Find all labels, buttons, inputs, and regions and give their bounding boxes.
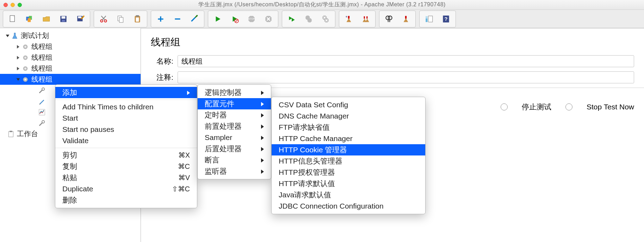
templates-button[interactable] [21, 12, 38, 26]
gear-icon [21, 54, 29, 62]
toggle-button[interactable] [186, 12, 203, 26]
ctx-preprocessor[interactable]: 前置处理器 [198, 121, 271, 132]
context-menu-main: 添加 Add Think Times to children Start Sta… [55, 84, 197, 208]
paste-button[interactable] [129, 12, 146, 26]
gear-icon [21, 43, 29, 51]
ctx-add[interactable]: 添加 [55, 87, 197, 98]
svg-point-51 [24, 78, 26, 81]
svg-rect-4 [28, 18, 31, 22]
clear-button[interactable] [340, 12, 357, 26]
titlebar: 学生压测.jmx (/Users/hecom/Desktop/自动化st/学生压… [0, 0, 644, 10]
cut-button[interactable] [95, 12, 112, 26]
remote-start-button[interactable] [283, 12, 300, 26]
ctx-start-no-pauses[interactable]: Start no pauses [55, 124, 197, 135]
svg-rect-31 [348, 16, 349, 19]
tree-item-label: 线程组 [31, 64, 52, 73]
svg-rect-34 [366, 16, 367, 19]
svg-rect-9 [78, 16, 82, 18]
panel-title: 线程组 [151, 36, 634, 49]
ctx-assertion[interactable]: 断言 [198, 154, 271, 166]
ctx-start[interactable]: Start [55, 113, 197, 124]
stop-now-radio[interactable] [565, 103, 572, 110]
svg-rect-38 [426, 16, 427, 22]
stop-now-label: Stop Test Now [587, 103, 634, 111]
close-window-button[interactable] [4, 3, 8, 7]
ctx-paste[interactable]: 粘贴⌘V [55, 172, 197, 183]
name-input[interactable] [178, 55, 634, 67]
svg-point-45 [24, 46, 26, 48]
svg-rect-17 [136, 17, 139, 21]
copy-button[interactable] [112, 12, 129, 26]
svg-rect-16 [136, 15, 139, 17]
ctx-http-cache[interactable]: HTTP Cache Manager [272, 133, 425, 144]
chevron-right-icon [187, 88, 190, 97]
stop-test-radio[interactable] [501, 103, 508, 110]
toolbar: STOP ? [0, 10, 644, 28]
svg-point-47 [24, 57, 26, 59]
ctx-http-header[interactable]: HTTP信息头管理器 [272, 155, 425, 167]
ctx-csv-config[interactable]: CSV Data Set Config [272, 99, 425, 110]
gear-icon [21, 76, 29, 83]
remote-stop-button[interactable] [300, 12, 317, 26]
remote-shutdown-button[interactable] [317, 12, 334, 26]
ctx-duplicate[interactable]: Duplicate⇧⌘C [55, 183, 197, 195]
svg-marker-28 [308, 18, 312, 22]
ctx-ftp-defaults[interactable]: FTP请求缺省值 [272, 122, 425, 133]
ctx-java-defaults[interactable]: Java请求默认值 [272, 189, 425, 200]
svg-rect-14 [119, 17, 123, 22]
ctx-validate[interactable]: Validate [55, 135, 197, 146]
svg-point-52 [42, 88, 44, 90]
shutdown-button[interactable] [260, 12, 277, 26]
svg-rect-33 [364, 16, 365, 19]
ctx-timer[interactable]: 定时器 [198, 109, 271, 121]
ctx-copy[interactable]: 复制⌘C [55, 161, 197, 172]
save-as-button[interactable] [72, 12, 89, 26]
context-menu-add: 逻辑控制器 配置元件 定时器 前置处理器 Sampler 后置处理器 断言 监听… [197, 84, 271, 179]
chevron-right-icon [261, 133, 264, 142]
ctx-listener[interactable]: 监听器 [198, 166, 271, 177]
wrench-icon [38, 119, 46, 127]
run-no-pause-button[interactable] [226, 12, 243, 26]
ctx-config-element[interactable]: 配置元件 [198, 98, 271, 109]
ctx-http-auth[interactable]: HTTP授权管理器 [272, 167, 425, 178]
tree-threadgroup-2[interactable]: 线程组 [0, 52, 141, 63]
ctx-postprocessor[interactable]: 后置处理器 [198, 143, 271, 154]
expand-button[interactable] [152, 12, 169, 26]
svg-rect-37 [405, 16, 407, 19]
run-button[interactable] [209, 12, 226, 26]
svg-rect-57 [10, 130, 12, 132]
tree-threadgroup-4[interactable]: 线程组 [0, 74, 141, 85]
svg-point-49 [24, 68, 26, 70]
collapse-button[interactable] [169, 12, 186, 26]
tree-threadgroup-1[interactable]: 线程组 [0, 41, 141, 52]
help-button[interactable]: ? [438, 12, 454, 26]
chevron-right-icon [261, 167, 264, 176]
ctx-sampler[interactable]: Sampler [198, 132, 271, 143]
search-button[interactable] [380, 12, 397, 26]
new-file-button[interactable] [4, 12, 21, 26]
clear-all-button[interactable] [357, 12, 374, 26]
svg-text:STOP: STOP [248, 18, 255, 20]
ctx-logic-controller[interactable]: 逻辑控制器 [198, 87, 271, 98]
svg-point-55 [42, 120, 44, 123]
ctx-cut[interactable]: 剪切⌘X [55, 149, 197, 161]
ctx-dns-cache[interactable]: DNS Cache Manager [272, 110, 425, 122]
ctx-http-request-defaults[interactable]: HTTP请求默认值 [272, 178, 425, 189]
function-helper-button[interactable] [421, 12, 438, 26]
reset-search-button[interactable] [397, 12, 414, 26]
comment-input[interactable] [178, 71, 634, 83]
tree-threadgroup-3[interactable]: 线程组 [0, 63, 141, 74]
tree-root[interactable]: 测试计划 [0, 30, 141, 41]
ctx-http-cookie[interactable]: HTTP Cookie 管理器 [272, 144, 425, 155]
ctx-think-times[interactable]: Add Think Times to children [55, 101, 197, 113]
stop-button[interactable]: STOP [243, 12, 260, 26]
svg-rect-56 [9, 131, 13, 137]
save-button[interactable] [55, 12, 72, 26]
chevron-right-icon [261, 100, 264, 108]
ctx-jdbc-config[interactable]: JDBC Connection Configuration [272, 200, 425, 212]
tree-root-label: 测试计划 [21, 31, 49, 40]
maximize-window-button[interactable] [18, 3, 22, 7]
open-file-button[interactable] [38, 12, 55, 26]
minimize-window-button[interactable] [11, 3, 15, 7]
ctx-delete[interactable]: 删除 [55, 195, 197, 206]
